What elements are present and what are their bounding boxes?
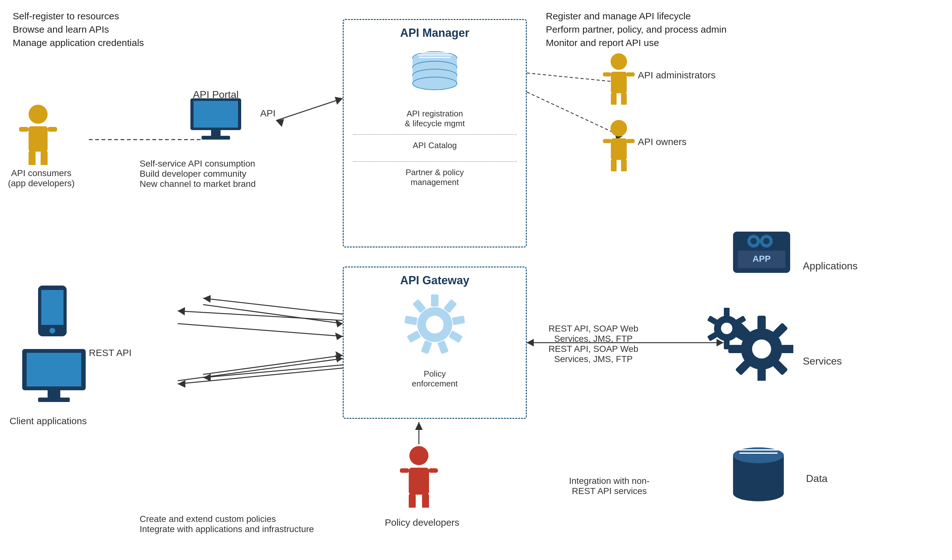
svg-line-14 (178, 368, 343, 384)
svg-rect-82 (757, 369, 766, 381)
svg-rect-48 (29, 151, 36, 165)
svg-rect-58 (603, 139, 611, 143)
top-right-description: Register and manage API lifecycle Perfor… (546, 9, 727, 49)
svg-point-101 (410, 446, 428, 465)
api-administrators-label: API administrators (638, 70, 716, 80)
data-label: Data (806, 473, 828, 484)
svg-rect-49 (41, 151, 48, 165)
api-owners-label: API owners (638, 136, 686, 147)
svg-marker-9 (335, 333, 343, 340)
svg-marker-108 (415, 422, 423, 430)
svg-marker-110 (335, 319, 343, 327)
svg-marker-112 (203, 295, 211, 303)
api-arrow-label: API (260, 108, 275, 119)
create-extend-text: Create and extend custom policies Integr… (140, 514, 314, 534)
api-admin-person-icon (603, 51, 635, 105)
svg-rect-38 (404, 316, 417, 325)
svg-marker-15 (178, 380, 185, 388)
top-left-description: Self-register to resources Browse and le… (13, 9, 144, 49)
svg-rect-61 (621, 159, 627, 171)
services-label: Services (803, 355, 842, 367)
svg-rect-75 (38, 398, 70, 402)
svg-rect-106 (422, 494, 429, 508)
svg-line-8 (178, 324, 343, 336)
svg-rect-52 (603, 73, 611, 76)
desktop-computer-icon (19, 349, 89, 409)
database-icon (410, 49, 460, 93)
api-consumers-label: API consumers (app developers) (6, 168, 76, 188)
policy-developers-person-icon (400, 444, 438, 508)
svg-point-56 (610, 120, 627, 136)
svg-rect-46 (19, 127, 29, 132)
svg-rect-53 (626, 73, 635, 76)
rest-api-label: REST API (89, 347, 132, 358)
svg-rect-73 (27, 353, 81, 386)
mobile-phone-icon (32, 285, 73, 349)
svg-rect-57 (611, 138, 627, 160)
api-manager-box: API Manager API registration & life (343, 19, 527, 247)
services-gears-icon (705, 308, 793, 381)
svg-rect-74 (48, 390, 60, 398)
svg-rect-47 (48, 127, 57, 132)
svg-rect-45 (29, 126, 48, 152)
svg-rect-35 (437, 340, 449, 354)
svg-rect-102 (409, 467, 429, 495)
svg-line-10 (178, 311, 343, 321)
svg-marker-2 (335, 97, 343, 105)
api-consumers-person-icon (19, 102, 57, 165)
svg-point-77 (752, 339, 771, 358)
svg-point-44 (29, 105, 48, 124)
api-owners-person-icon (603, 117, 635, 171)
api-catalog-label: API Catalog (344, 140, 526, 150)
svg-rect-36 (421, 340, 432, 354)
client-applications-label: Client applications (9, 416, 87, 426)
policy-developers-label: Policy developers (381, 517, 463, 528)
data-cylinder-icon (727, 444, 790, 508)
svg-rect-33 (452, 316, 465, 325)
svg-marker-18 (527, 339, 534, 347)
applications-label: Applications (803, 260, 858, 272)
svg-point-87 (721, 323, 733, 334)
svg-line-113 (203, 355, 343, 374)
api-gateway-box: API Gateway (343, 267, 527, 419)
svg-line-111 (203, 298, 343, 314)
svg-marker-114 (335, 351, 343, 359)
svg-rect-34 (448, 330, 463, 343)
svg-line-109 (203, 305, 343, 324)
svg-rect-60 (611, 159, 617, 171)
svg-rect-55 (621, 93, 627, 105)
rest-soap-text: REST API, SOAP Web Services, JMS, FTP RE… (539, 324, 648, 364)
svg-point-65 (751, 238, 757, 244)
svg-line-115 (203, 365, 343, 378)
svg-rect-88 (724, 308, 729, 317)
svg-point-30 (426, 316, 444, 333)
svg-line-1 (276, 98, 343, 120)
svg-line-12 (178, 358, 343, 381)
svg-rect-70 (41, 290, 63, 325)
integration-text: Integration with non- REST API services (555, 476, 663, 496)
svg-point-71 (49, 328, 55, 333)
svg-rect-51 (611, 72, 627, 93)
svg-rect-37 (407, 330, 421, 343)
svg-marker-116 (203, 374, 211, 381)
svg-rect-42 (211, 130, 221, 136)
gateway-gear-icon (403, 293, 467, 356)
svg-point-96 (733, 486, 784, 501)
self-service-text: Self-service API consumption Build devel… (140, 159, 256, 189)
svg-marker-13 (335, 355, 343, 363)
api-portal-computer-icon (184, 95, 247, 146)
api-manager-title: API Manager (344, 26, 526, 40)
svg-point-67 (763, 238, 770, 244)
svg-rect-105 (409, 494, 416, 508)
svg-marker-11 (178, 307, 185, 315)
applications-icon: APP (730, 228, 793, 279)
svg-point-50 (610, 53, 627, 70)
svg-rect-41 (193, 101, 238, 128)
svg-marker-3 (276, 119, 284, 127)
svg-rect-84 (728, 345, 742, 353)
svg-rect-103 (400, 468, 409, 473)
svg-rect-104 (429, 468, 438, 473)
svg-rect-78 (757, 316, 766, 330)
svg-rect-59 (626, 139, 635, 143)
svg-rect-91 (724, 340, 729, 349)
